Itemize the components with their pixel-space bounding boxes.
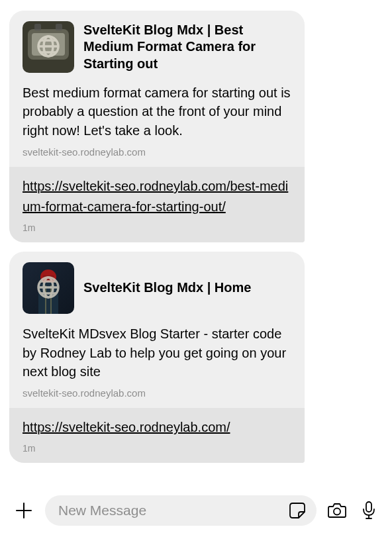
preview-url[interactable]: https://sveltekit-seo.rodneylab.com/	[23, 417, 291, 438]
microphone-button[interactable]	[358, 499, 380, 522]
preview-thumbnail	[23, 262, 74, 314]
message-timestamp: 1m	[23, 443, 291, 454]
preview-description: SvelteKit MDsvex Blog Starter - starter …	[23, 324, 291, 381]
camera-button[interactable]	[326, 499, 348, 522]
message-item: SvelteKit Blog Mdx | Home SvelteKit MDsv…	[9, 252, 383, 463]
svg-rect-13	[366, 502, 371, 512]
plus-icon	[15, 501, 33, 520]
preview-domain: sveltekit-seo.rodneylab.com	[23, 387, 291, 399]
svg-point-12	[334, 509, 340, 515]
card-footer: https://sveltekit-seo.rodneylab.com/ 1m	[9, 408, 305, 463]
camera-icon	[327, 501, 347, 520]
preview-domain: sveltekit-seo.rodneylab.com	[23, 146, 291, 158]
card-body: SvelteKit Blog Mdx | Best Medium Format …	[9, 11, 305, 167]
preview-title: SvelteKit Blog Mdx | Home	[83, 279, 251, 297]
input-placeholder: New Message	[58, 503, 287, 518]
preview-url[interactable]: https://sveltekit-seo.rodneylab.com/best…	[23, 176, 291, 217]
preview-description: Best medium format camera for starting o…	[23, 83, 291, 140]
card-footer: https://sveltekit-seo.rodneylab.com/best…	[9, 167, 305, 242]
message-item: SvelteKit Blog Mdx | Best Medium Format …	[9, 11, 383, 242]
sticker-button[interactable]	[287, 501, 307, 520]
microphone-icon	[362, 501, 376, 520]
card-body: SvelteKit Blog Mdx | Home SvelteKit MDsv…	[9, 252, 305, 408]
message-timestamp: 1m	[23, 222, 291, 233]
card-header: SvelteKit Blog Mdx | Home	[23, 262, 291, 314]
svg-rect-5	[34, 24, 41, 30]
message-list: SvelteKit Blog Mdx | Best Medium Format …	[0, 0, 392, 463]
preview-title: SvelteKit Blog Mdx | Best Medium Format …	[83, 22, 291, 73]
message-composer: New Message	[0, 495, 392, 526]
sticker-icon	[289, 502, 306, 519]
link-preview-card[interactable]: SvelteKit Blog Mdx | Best Medium Format …	[9, 11, 305, 242]
link-preview-card[interactable]: SvelteKit Blog Mdx | Home SvelteKit MDsv…	[9, 252, 305, 463]
card-header: SvelteKit Blog Mdx | Best Medium Format …	[23, 21, 291, 73]
preview-thumbnail	[23, 21, 74, 73]
add-button[interactable]	[12, 499, 36, 522]
svg-rect-6	[56, 24, 62, 30]
message-input[interactable]: New Message	[45, 495, 317, 526]
